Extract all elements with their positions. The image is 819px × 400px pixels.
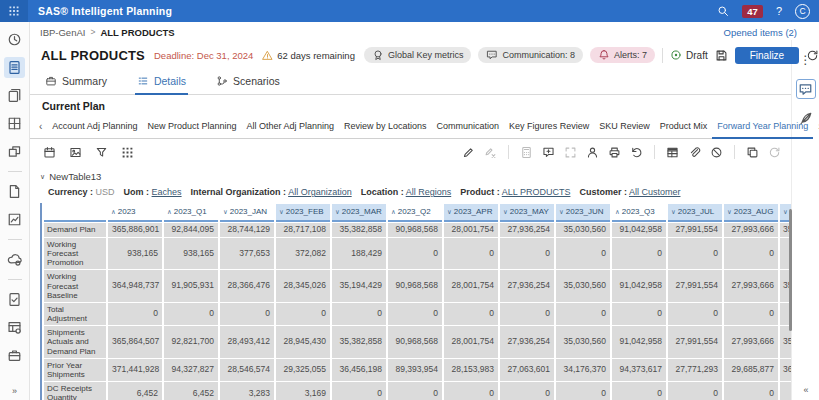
data-cell[interactable]: 28,546,574 bbox=[220, 359, 274, 381]
sidebar-item-packages[interactable] bbox=[4, 141, 25, 162]
filter-value-all-organization[interactable]: All Organization bbox=[288, 187, 352, 197]
data-cell[interactable]: 364,948,737 bbox=[108, 270, 162, 302]
image-button[interactable] bbox=[69, 146, 82, 159]
data-cell[interactable]: 0 bbox=[164, 303, 218, 325]
collapse-right-rail-button[interactable]: « bbox=[792, 385, 819, 395]
filter-value-eaches[interactable]: Eaches bbox=[152, 187, 182, 197]
subtab-new-product-planning[interactable]: New Product Planning bbox=[142, 114, 241, 138]
data-cell[interactable]: 28,717,108 bbox=[276, 223, 330, 237]
grid-button[interactable] bbox=[121, 146, 134, 159]
column-header-2023_JAN[interactable]: ∨2023_JAN bbox=[220, 204, 274, 222]
data-cell[interactable]: 27,993,666 bbox=[724, 326, 778, 358]
sidebar-item-history[interactable] bbox=[4, 29, 25, 50]
data-cell[interactable]: 0 bbox=[500, 303, 554, 325]
scroll-tabs-right-icon[interactable]: › bbox=[813, 114, 819, 138]
data-cell[interactable]: 0 bbox=[724, 303, 778, 325]
data-cell[interactable]: 0 bbox=[108, 303, 162, 325]
breadcrumb-app[interactable]: IBP-GenAI bbox=[40, 27, 85, 38]
data-cell[interactable]: 94,373,617 bbox=[612, 359, 666, 381]
row-label[interactable]: DC Receipts Quantity bbox=[44, 382, 106, 400]
data-cell[interactable]: 0 bbox=[388, 238, 442, 270]
data-cell[interactable]: 28,001,754 bbox=[444, 270, 498, 302]
sidebar-item-services[interactable] bbox=[4, 249, 25, 270]
data-cell[interactable]: 90,968,568 bbox=[388, 270, 442, 302]
calendar-button[interactable] bbox=[43, 146, 56, 159]
data-cell[interactable]: 27,936,254 bbox=[500, 326, 554, 358]
data-cell[interactable]: 0 bbox=[556, 382, 610, 400]
data-cell[interactable]: 91,042,958 bbox=[612, 326, 666, 358]
data-cell[interactable]: 35,030,560 bbox=[556, 326, 610, 358]
notifications-badge[interactable]: 47 bbox=[742, 5, 763, 18]
data-cell[interactable]: 34,176,370 bbox=[556, 359, 610, 381]
data-cell[interactable]: 27,991,554 bbox=[668, 326, 722, 358]
global-key-metrics-button[interactable]: Global Key metrics bbox=[364, 47, 472, 63]
data-cell[interactable]: 377,653 bbox=[220, 238, 274, 270]
copy-button[interactable] bbox=[746, 146, 759, 159]
data-cell[interactable]: 27,993,666 bbox=[724, 223, 778, 237]
data-cell[interactable]: 6,452 bbox=[108, 382, 162, 400]
subtab-all-other-adj-planning[interactable]: All Other Adj Planning bbox=[241, 114, 339, 138]
data-cell[interactable]: 90,968,568 bbox=[388, 326, 442, 358]
row-label[interactable]: Total Adjustment bbox=[44, 303, 106, 325]
data-cell[interactable]: 0 bbox=[612, 382, 666, 400]
subtab-sku-review[interactable]: SKU Review bbox=[594, 114, 655, 138]
data-cell[interactable]: 27,991,554 bbox=[668, 270, 722, 302]
data-cell[interactable]: 36,456,198 bbox=[332, 359, 386, 381]
data-cell[interactable]: 28,001,754 bbox=[444, 223, 498, 237]
data-cell[interactable]: 0 bbox=[332, 382, 386, 400]
data-cell[interactable]: 0 bbox=[556, 238, 610, 270]
data-cell[interactable]: 35,382,858 bbox=[332, 223, 386, 237]
data-cell[interactable]: 29,685,877 bbox=[724, 359, 778, 381]
data-cell[interactable]: 0 bbox=[276, 303, 330, 325]
edit-button[interactable] bbox=[462, 146, 475, 159]
edit-remove-button[interactable] bbox=[484, 146, 497, 159]
subtab-key-figures-review[interactable]: Key Figures Review bbox=[504, 114, 594, 138]
filter-value-all-products[interactable]: ALL PRODUCTS bbox=[502, 187, 571, 197]
refresh-button[interactable] bbox=[806, 49, 819, 62]
data-cell[interactable]: 0 bbox=[444, 238, 498, 270]
data-cell[interactable]: 938,165 bbox=[108, 238, 162, 270]
sidebar-item-pages[interactable] bbox=[4, 181, 25, 202]
data-cell[interactable]: 91,042,958 bbox=[612, 223, 666, 237]
sidebar-item-projects[interactable] bbox=[4, 345, 25, 366]
data-cell[interactable]: 27,936,254 bbox=[500, 223, 554, 237]
alerts-button[interactable]: Alerts: 7 bbox=[590, 47, 655, 63]
sidebar-item-table-settings[interactable] bbox=[4, 317, 25, 338]
data-cell[interactable]: 365,864,507 bbox=[108, 326, 162, 358]
data-cell[interactable]: 3,169 bbox=[276, 382, 330, 400]
data-cell[interactable]: 0 bbox=[444, 382, 498, 400]
data-cell[interactable]: 0 bbox=[500, 382, 554, 400]
data-cell[interactable]: 938,165 bbox=[164, 238, 218, 270]
undo-button[interactable] bbox=[630, 146, 643, 159]
table-title-row[interactable]: ∨ NewTable13 bbox=[30, 171, 791, 182]
refresh-button[interactable] bbox=[768, 146, 781, 159]
data-cell[interactable]: 27,063,601 bbox=[500, 359, 554, 381]
calculator-button[interactable] bbox=[520, 146, 533, 159]
data-cell[interactable]: 3,283 bbox=[220, 382, 274, 400]
data-cell[interactable]: 0 bbox=[500, 238, 554, 270]
column-header-2023_JUL[interactable]: ∨2023_JUL bbox=[668, 204, 722, 222]
sidebar-item-analytics[interactable] bbox=[4, 209, 25, 230]
subtab-review-by-locations[interactable]: Review by Locations bbox=[339, 114, 432, 138]
data-cell[interactable]: 27,991,554 bbox=[668, 223, 722, 237]
data-cell[interactable]: 90,968,568 bbox=[388, 223, 442, 237]
data-cell[interactable]: 92,821,700 bbox=[164, 326, 218, 358]
tab-summary[interactable]: Summary bbox=[43, 68, 109, 94]
data-cell[interactable]: 0 bbox=[388, 382, 442, 400]
tab-scenarios[interactable]: Scenarios bbox=[214, 68, 282, 94]
data-cell[interactable]: 372,082 bbox=[276, 238, 330, 270]
data-cell[interactable] bbox=[780, 382, 791, 400]
data-cell[interactable]: 89,393,954 bbox=[388, 359, 442, 381]
expand-left-rail-button[interactable]: » bbox=[0, 386, 29, 396]
data-cell[interactable]: 35,194,429 bbox=[332, 270, 386, 302]
table-button[interactable] bbox=[666, 146, 679, 159]
attachment-button[interactable] bbox=[688, 146, 701, 159]
save-snapshot-button[interactable] bbox=[715, 49, 728, 62]
column-header-2023_Q3[interactable]: ∧2023_Q3 bbox=[612, 204, 666, 222]
data-cell[interactable]: 35,030,560 bbox=[556, 270, 610, 302]
data-cell[interactable]: 0 bbox=[444, 303, 498, 325]
data-cell[interactable]: 0 bbox=[612, 238, 666, 270]
data-cell[interactable]: 91,905,931 bbox=[164, 270, 218, 302]
data-cell[interactable]: 28,001,754 bbox=[444, 326, 498, 358]
row-label[interactable]: Working Forecast Promotion bbox=[44, 238, 106, 270]
